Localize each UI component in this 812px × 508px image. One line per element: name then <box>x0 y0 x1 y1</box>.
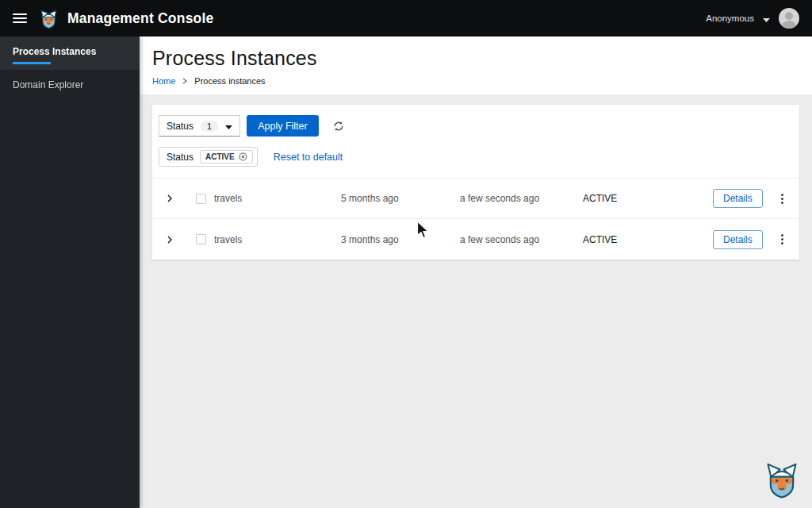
status-filter-label: Status <box>167 121 193 132</box>
refresh-icon[interactable] <box>333 121 344 132</box>
active-filters-bar: Status ACTIVE Reset to default <box>152 147 799 178</box>
kebab-menu-icon[interactable] <box>777 230 787 248</box>
process-instance-list: travels 5 months ago a few seconds ago A… <box>152 178 799 260</box>
process-name[interactable]: travels <box>214 193 341 204</box>
chip-label: ACTIVE <box>205 152 235 161</box>
last-update-time: a few seconds ago <box>460 234 583 245</box>
breadcrumb-current: Process instances <box>194 76 265 86</box>
table-row: travels 5 months ago a few seconds ago A… <box>152 179 799 219</box>
row-checkbox[interactable] <box>196 194 206 204</box>
filter-count-badge: 1 <box>201 121 218 132</box>
kebab-menu-icon[interactable] <box>777 190 787 208</box>
apply-filter-button[interactable]: Apply Filter <box>247 115 319 137</box>
masthead-user-menu[interactable]: Anonymous <box>706 8 799 29</box>
status-badge: ACTIVE <box>583 234 708 245</box>
username: Anonymous <box>706 13 754 23</box>
brand[interactable]: Management Console <box>38 8 213 29</box>
breadcrumb: Home Process instances <box>152 76 799 86</box>
caret-down-icon <box>225 121 232 132</box>
details-button[interactable]: Details <box>713 230 763 249</box>
page-title: Process Instances <box>152 47 799 70</box>
active-indicator <box>13 62 51 64</box>
created-time: 3 months ago <box>341 234 460 245</box>
row-expand-icon[interactable] <box>152 191 187 206</box>
page-header: Process Instances Home Process instances <box>140 37 812 94</box>
reset-to-default-link[interactable]: Reset to default <box>274 152 343 163</box>
nav-toggle-icon[interactable] <box>13 13 27 23</box>
masthead: Management Console Anonymous <box>0 0 812 37</box>
row-expand-icon[interactable] <box>152 233 187 247</box>
last-update-time: a few seconds ago <box>460 193 583 204</box>
status-chip-active[interactable]: ACTIVE <box>200 150 253 164</box>
content: Status 1 Apply Filter <box>140 94 812 270</box>
row-checkbox[interactable] <box>196 234 206 244</box>
main-area: Process Instances Home Process instances… <box>140 37 812 508</box>
chip-group-label: Status <box>167 152 193 163</box>
avatar[interactable] <box>779 8 799 29</box>
sidebar-item-label: Process Instances <box>13 46 96 57</box>
kogito-watermark-icon <box>762 460 802 502</box>
status-filter-select[interactable]: Status 1 <box>159 115 240 137</box>
sidebar-item-process-instances[interactable]: Process Instances <box>0 37 140 70</box>
sidebar: Process Instances Domain Explorer <box>0 37 140 508</box>
filter-toolbar: Status 1 Apply Filter <box>152 115 799 147</box>
sidebar-item-label: Domain Explorer <box>13 79 83 90</box>
caret-down-icon <box>763 11 770 25</box>
status-chip-group: Status ACTIVE <box>159 147 258 167</box>
process-name[interactable]: travels <box>214 234 341 245</box>
details-button[interactable]: Details <box>713 189 763 208</box>
breadcrumb-home-link[interactable]: Home <box>152 76 175 86</box>
created-time: 5 months ago <box>341 193 460 204</box>
kogito-logo-icon <box>38 8 59 29</box>
table-row: travels 3 months ago a few seconds ago A… <box>152 219 799 260</box>
process-list-card: Status 1 Apply Filter <box>152 105 799 260</box>
app-title: Management Console <box>67 10 213 27</box>
sidebar-item-domain-explorer[interactable]: Domain Explorer <box>0 70 140 100</box>
breadcrumb-separator-icon <box>182 76 187 86</box>
chip-remove-icon[interactable] <box>239 152 247 161</box>
status-badge: ACTIVE <box>583 193 708 204</box>
